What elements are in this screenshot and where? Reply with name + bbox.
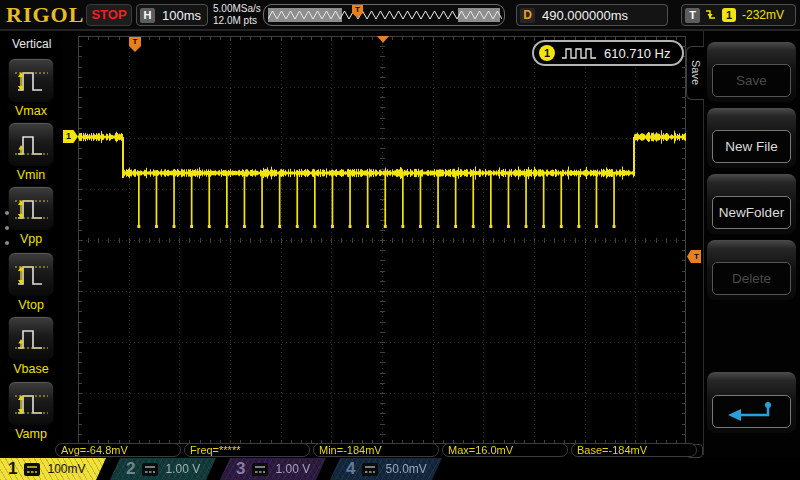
back-button[interactable]	[707, 372, 796, 433]
dc-coupling-icon	[362, 463, 378, 476]
delete-button[interactable]: Delete	[707, 240, 796, 300]
channel-3-tab[interactable]: 3 1.00 V	[220, 458, 326, 480]
vmin-icon	[13, 128, 51, 162]
vtop-button[interactable]	[8, 252, 54, 296]
oscilloscope-screen: RIGOL STOP H 100ms 5.00MSa/s 12.0M pts T…	[0, 0, 800, 480]
toolbar: RIGOL STOP H 100ms 5.00MSa/s 12.0M pts T…	[0, 0, 800, 31]
channel-2-tab[interactable]: 2 1.00 V	[110, 458, 216, 480]
channel-4-tab[interactable]: 4 50.0mV	[330, 458, 442, 480]
trigger-level-value: -232mV	[742, 8, 784, 22]
channel1-level-marker[interactable]: 1	[63, 130, 78, 143]
channel-scale: 100mV	[47, 462, 85, 476]
sample-rate: 5.00MSa/s	[213, 3, 261, 15]
channel-number: 3	[236, 458, 245, 480]
channel-1-tab[interactable]: 1 100mV	[0, 458, 106, 480]
vbase-icon	[13, 322, 51, 356]
delay-block[interactable]: D 490.000000ms	[516, 4, 668, 26]
memory-depth: 12.0M pts	[213, 15, 261, 27]
vmin-button[interactable]	[8, 122, 54, 166]
channel-number: 2	[126, 458, 135, 480]
channel-number: 1	[8, 458, 17, 480]
trigger-position-triangle-icon	[377, 36, 389, 43]
channel-scale: 1.00 V	[165, 462, 200, 476]
channel-number: 4	[346, 458, 355, 480]
vpp-icon	[13, 192, 51, 226]
vamp-button[interactable]	[8, 381, 54, 425]
channel-scale: 50.0mV	[385, 462, 426, 476]
sidebar-title: Vertical	[12, 37, 51, 51]
page-dot	[5, 241, 9, 245]
waveform-record-preview[interactable]: T	[263, 4, 505, 26]
meas-min: Min=-184mV	[313, 443, 439, 457]
channel-scale: 1.00 V	[275, 462, 310, 476]
waveform-display	[78, 36, 686, 444]
vtop-label: Vtop	[0, 298, 62, 312]
page-dot	[5, 226, 9, 230]
rigol-logo: RIGOL	[6, 2, 84, 28]
horizontal-icon: H	[140, 8, 155, 23]
meas-base: Base=-184mV	[571, 443, 697, 457]
vamp-label: Vamp	[0, 427, 62, 441]
channel-bar: 1 100mV 2 1.00 V 3 1.00 V 4 50.0mV	[0, 458, 800, 480]
return-arrow-icon	[724, 400, 780, 424]
new-file-button[interactable]: New File	[707, 108, 796, 168]
save-button[interactable]: Save	[707, 42, 796, 102]
delay-icon: D	[520, 8, 535, 23]
meas-max: Max=16.0mV	[442, 443, 568, 457]
acquisition-info: 5.00MSa/s 12.0M pts	[213, 3, 261, 27]
square-wave-icon	[561, 46, 597, 60]
vpp-label: Vpp	[0, 232, 62, 246]
freq-counter-value: 610.710 Hz	[604, 46, 671, 61]
menu-tab-save: Save	[686, 46, 704, 100]
trigger-icon: T	[685, 8, 700, 23]
horizontal-block[interactable]: H 100ms	[136, 4, 208, 26]
vtop-icon	[13, 258, 51, 292]
falling-edge-icon	[705, 7, 717, 23]
new-folder-button[interactable]: NewFolder	[707, 174, 796, 234]
vmin-label: Vmin	[0, 168, 62, 182]
trigger-level-marker[interactable]: T	[687, 250, 701, 263]
run-state-indicator: STOP	[86, 4, 132, 26]
meas-avg: Avg=-64.8mV	[55, 443, 181, 457]
vmax-label: Vmax	[0, 104, 62, 118]
vmax-icon	[13, 64, 51, 98]
measurement-results: Avg=-64.8mV Freq=***** Min=-184mV Max=16…	[55, 443, 703, 457]
trigger-block[interactable]: T 1 -232mV	[681, 4, 796, 26]
trigger-source-badge: 1	[722, 8, 736, 22]
freq-counter-channel-badge: 1	[539, 45, 555, 61]
vmax-button[interactable]	[8, 58, 54, 102]
vamp-icon	[13, 387, 51, 421]
vbase-button[interactable]	[8, 316, 54, 360]
dc-coupling-icon	[142, 463, 158, 476]
delay-value: 490.000000ms	[542, 8, 628, 23]
dc-coupling-icon	[252, 463, 268, 476]
frequency-counter: 1 610.710 Hz	[532, 40, 684, 66]
meas-freq: Freq=*****	[184, 443, 310, 457]
vpp-button[interactable]	[8, 186, 54, 230]
vbase-label: Vbase	[0, 362, 62, 376]
page-dot	[5, 211, 9, 215]
dc-coupling-icon	[24, 463, 40, 476]
record-wave-icon	[268, 8, 502, 22]
vertical-measure-sidebar: Vertical Vmax Vmin Vpp Vtop Vbase Vamp	[0, 31, 62, 455]
timebase-value: 100ms	[162, 8, 201, 23]
